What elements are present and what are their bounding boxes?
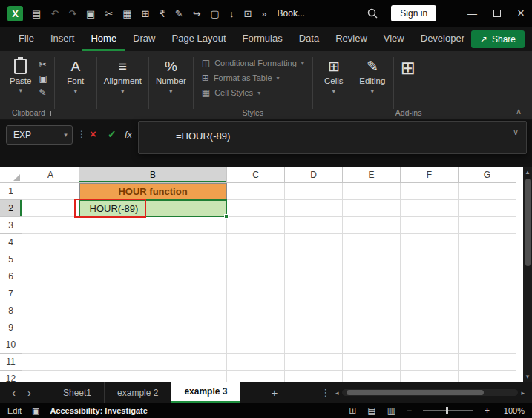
col-header-G[interactable]: G — [459, 167, 516, 183]
cell-B10[interactable] — [79, 336, 227, 354]
col-header-E[interactable]: E — [343, 167, 401, 183]
cell-D8[interactable] — [285, 302, 343, 319]
overflow-icon[interactable]: » — [261, 9, 266, 19]
cell-A4[interactable] — [22, 234, 79, 251]
clipboard-dialog-launcher-icon[interactable] — [46, 111, 51, 116]
cell-A3[interactable] — [22, 217, 79, 234]
cell-D1[interactable] — [285, 183, 343, 200]
camera-icon[interactable]: ⊡ — [243, 9, 252, 19]
tab-formulas[interactable]: Formulas — [234, 27, 291, 51]
cell-F11[interactable] — [401, 354, 459, 371]
cell-G2[interactable] — [459, 200, 516, 217]
cell-G12[interactable] — [459, 371, 516, 382]
cell-C11[interactable] — [227, 354, 285, 371]
cell-C3[interactable] — [227, 217, 285, 234]
cell-G10[interactable] — [459, 336, 516, 354]
cell-A11[interactable] — [22, 354, 79, 371]
cell-D5[interactable] — [285, 251, 343, 268]
styles-item-format-as-table[interactable]: ⊞Format as Table▾ — [200, 70, 306, 85]
cell-D4[interactable] — [285, 234, 343, 251]
share-button[interactable]: ↗ Share — [471, 30, 525, 48]
name-box-caret-icon[interactable]: ▾ — [59, 126, 72, 144]
scroll-down-icon[interactable]: ▾ — [526, 371, 530, 382]
redo-icon[interactable]: ↷ — [68, 9, 76, 19]
cell-A1[interactable] — [22, 183, 79, 200]
cell-G1[interactable] — [459, 183, 516, 200]
cell-D3[interactable] — [285, 217, 343, 234]
cells-group-button[interactable]: ⊞ Cells ▾ — [315, 54, 353, 119]
row-header-12[interactable]: 12 — [0, 371, 22, 382]
alignment-group-button[interactable]: ≡ Alignment ▾ — [99, 54, 147, 119]
styles-item-cell-styles[interactable]: ▦Cell Styles▾ — [200, 85, 306, 100]
search-icon[interactable] — [367, 8, 378, 19]
name-box[interactable]: EXP ▾ — [6, 125, 73, 145]
cell-D2[interactable] — [285, 200, 343, 217]
sheet-tab-example-3[interactable]: example 3 — [171, 382, 240, 403]
cell-C8[interactable] — [227, 302, 285, 319]
horizontal-scroll-thumb[interactable] — [347, 390, 484, 395]
excel-logo-icon[interactable]: X — [7, 6, 23, 21]
table-icon[interactable]: ⊞ — [142, 9, 150, 19]
format-painter-icon[interactable]: ✎ — [39, 88, 47, 97]
scroll-right-icon[interactable]: ▸ — [521, 389, 525, 397]
cell-E10[interactable] — [343, 336, 401, 354]
cell-B3[interactable] — [79, 217, 227, 234]
cell-C2[interactable] — [227, 200, 285, 217]
cell-A10[interactable] — [22, 336, 79, 354]
col-header-D[interactable]: D — [285, 167, 343, 183]
download-icon[interactable]: ↓ — [229, 9, 234, 19]
cell-B8[interactable] — [79, 302, 227, 319]
formula-input[interactable]: =HOUR(-89) ∨ — [138, 121, 527, 154]
cell-B2[interactable]: =HOUR(-89) — [79, 200, 227, 217]
row-header-10[interactable]: 10 — [0, 336, 22, 354]
zoom-level[interactable]: 100% — [501, 406, 525, 415]
cell-D9[interactable] — [285, 319, 343, 336]
row-header-1[interactable]: 1 — [0, 183, 22, 200]
sheet-tab-example-2[interactable]: example 2 — [105, 382, 171, 403]
normal-view-icon[interactable]: ⊞ — [349, 405, 356, 416]
cancel-entry-button[interactable]: × — [90, 127, 96, 140]
tab-home[interactable]: Home — [82, 27, 125, 51]
col-header-C[interactable]: C — [227, 167, 285, 183]
cell-B12[interactable] — [79, 371, 227, 382]
collapse-ribbon-icon[interactable]: ∧ — [516, 107, 522, 116]
horizontal-scroll-track[interactable] — [342, 389, 519, 396]
cell-G6[interactable] — [459, 268, 516, 285]
cell-B4[interactable] — [79, 234, 227, 251]
col-header-F[interactable]: F — [401, 167, 459, 183]
prev-sheet-icon[interactable]: ‹ — [12, 386, 16, 399]
document-title[interactable]: Book... — [278, 8, 305, 19]
cell-G11[interactable] — [459, 354, 516, 371]
cell-E1[interactable] — [343, 183, 401, 200]
tab-page-layout[interactable]: Page Layout — [164, 27, 234, 51]
col-header-A[interactable]: A — [22, 167, 79, 183]
tab-data[interactable]: Data — [291, 27, 327, 51]
tab-insert[interactable]: Insert — [42, 27, 83, 51]
undo-icon[interactable]: ↶ — [50, 9, 59, 19]
insert-function-button[interactable]: fx — [125, 129, 132, 140]
row-header-11[interactable]: 11 — [0, 354, 22, 371]
cell-C5[interactable] — [227, 251, 285, 268]
cell-A12[interactable] — [22, 371, 79, 382]
cell-D12[interactable] — [285, 371, 343, 382]
picture-icon[interactable]: ▦ — [122, 9, 131, 19]
tab-developer[interactable]: Developer — [413, 27, 473, 51]
new-sheet-button[interactable]: + — [271, 386, 278, 399]
tab-view[interactable]: View — [375, 27, 413, 51]
cell-D11[interactable] — [285, 354, 343, 371]
cell-E4[interactable] — [343, 234, 401, 251]
row-header-8[interactable]: 8 — [0, 302, 22, 319]
cell-G8[interactable] — [459, 302, 516, 319]
row-header-3[interactable]: 3 — [0, 217, 22, 234]
cell-G5[interactable] — [459, 251, 516, 268]
cell-G9[interactable] — [459, 319, 516, 336]
page-layout-view-icon[interactable]: ▤ — [367, 405, 375, 416]
cell-A7[interactable] — [22, 285, 79, 302]
cell-E12[interactable] — [343, 371, 401, 382]
row-header-7[interactable]: 7 — [0, 285, 22, 302]
cell-B11[interactable] — [79, 354, 227, 371]
font-group-button[interactable]: A Font ▾ — [56, 54, 95, 119]
document-icon[interactable]: ▢ — [211, 9, 220, 19]
editing-group-button[interactable]: ✎ Editing ▾ — [353, 54, 392, 119]
cell-F10[interactable] — [401, 336, 459, 354]
